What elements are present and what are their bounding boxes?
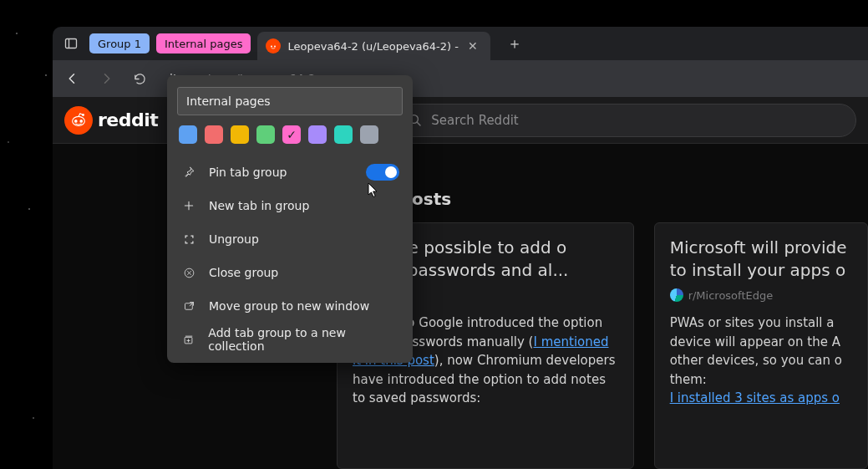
svg-rect-0 [66,39,77,48]
ungroup-icon [180,233,197,246]
menu-close-group[interactable]: Close group [167,256,413,289]
menu-label: Pin tab group [209,166,287,179]
pin-toggle[interactable] [366,164,399,181]
forward-button[interactable] [91,64,121,94]
swatch-yellow[interactable] [231,125,249,144]
tab-group-context-menu: Pin tab group New tab in group Ungroup C… [167,75,413,363]
menu-label: Ungroup [209,232,259,246]
arrow-right-icon [99,71,114,86]
post-link-2[interactable]: I installed 3 sites as apps o [670,390,840,405]
svg-point-6 [79,120,83,123]
menu-move-to-window[interactable]: Move group to new window [167,289,413,323]
arrow-left-icon [65,71,80,86]
collection-icon [180,334,196,346]
svg-point-3 [271,46,272,48]
refresh-button[interactable] [124,64,155,94]
group-name-input[interactable] [177,87,403,115]
menu-label: New tab in group [209,199,309,212]
tab-group-chip-2[interactable]: Internal pages [156,33,251,54]
color-swatches [167,125,413,155]
menu-label: Add tab group to a new collection [208,326,399,353]
edge-icon [670,288,683,302]
feed: soon be possible to add o saved password… [337,222,868,469]
post-title: Microsoft will provide to install your a… [670,237,852,282]
tab-group-chip-1[interactable]: Group 1 [89,33,150,54]
svg-point-5 [74,120,78,123]
post-card-2[interactable]: Microsoft will provide to install your a… [654,222,868,469]
swatch-gray[interactable] [360,125,378,144]
pin-icon [180,166,197,179]
plus-icon [180,200,197,212]
svg-point-2 [268,41,278,51]
menu-label: Close group [209,266,278,279]
popout-icon [180,300,197,313]
menu-add-to-collection[interactable]: Add tab group to a new collection [167,323,413,356]
post-body: PWAs or sites you install a device will … [670,314,852,389]
reddit-logo[interactable]: reddit [64,106,158,135]
search-placeholder: Search Reddit [431,113,518,128]
back-button[interactable] [58,64,88,94]
refresh-icon [133,72,147,86]
svg-line-10 [418,122,421,125]
tab-actions-button[interactable] [59,32,83,55]
swatch-green[interactable] [256,125,275,144]
title-bar: Group 1 Internal pages Leopeva64-2 (u/Le… [53,27,868,60]
swatch-blue[interactable] [179,125,197,144]
menu-ungroup[interactable]: Ungroup [167,222,413,256]
active-tab[interactable]: Leopeva64-2 (u/Leopeva64-2) - ✕ [257,32,490,60]
swatch-red[interactable] [205,125,223,144]
reddit-search[interactable]: Search Reddit [395,104,856,137]
menu-label: Move group to new window [209,299,369,313]
new-tab-button[interactable]: ＋ [502,31,527,56]
menu-new-tab-in-group[interactable]: New tab in group [167,189,413,222]
tab-close-button[interactable]: ✕ [465,38,480,54]
tab-title: Leopeva64-2 (u/Leopeva64-2) - [287,40,458,53]
menu-pin-tab-group[interactable]: Pin tab group [167,155,413,189]
section-title: osts [412,189,451,209]
swatch-teal[interactable] [334,125,353,144]
tab-actions-icon [64,37,78,50]
reddit-wordmark: reddit [98,110,158,130]
post-subreddit: r/MicrosoftEdge [670,288,852,302]
svg-point-4 [274,46,276,48]
close-circle-icon [180,267,197,279]
swatch-pink[interactable] [282,125,301,144]
reddit-icon [64,106,93,135]
reddit-favicon-icon [266,38,281,54]
swatch-purple[interactable] [308,125,327,144]
